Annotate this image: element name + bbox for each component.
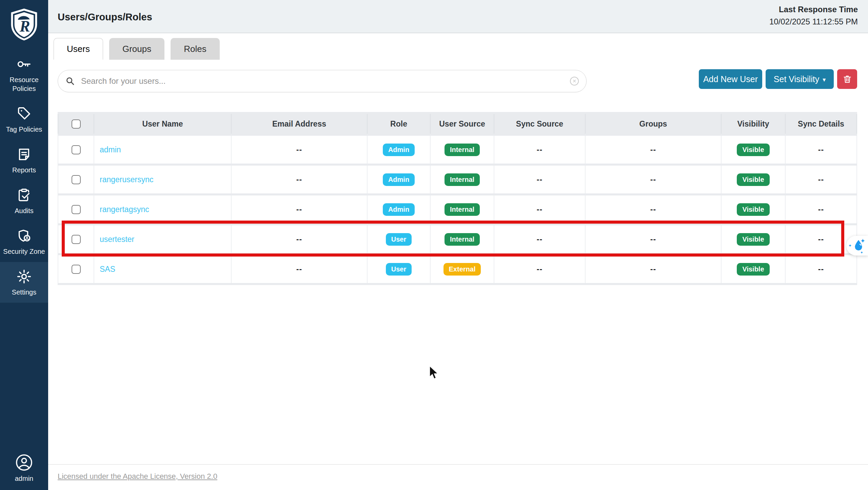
sidebar-user-menu[interactable]: admin xyxy=(0,453,48,483)
column-header-visibility: Visibility xyxy=(722,114,786,134)
sidebar-item-settings[interactable]: Settings xyxy=(0,262,48,303)
sparkle-icon: ✦ xyxy=(860,250,863,255)
email-value: -- xyxy=(296,235,302,244)
column-header-groups: Groups xyxy=(586,114,722,134)
last-response-time-value: 10/02/2025 11:12:55 PM xyxy=(769,17,858,26)
shield-logo-icon: R xyxy=(8,7,40,41)
sidebar-item-label: Settings xyxy=(12,288,36,297)
role-badge: Admin xyxy=(383,173,415,186)
column-header-sync-source: Sync Source xyxy=(494,114,586,134)
visibility-badge: Visible xyxy=(737,173,769,186)
top-header-bar: Users/Groups/Roles Last Response Time 10… xyxy=(48,0,868,33)
sidebar-item-label: Security Zone xyxy=(3,247,45,256)
delete-users-button[interactable] xyxy=(837,69,857,89)
sidebar-item-label: Resource Policies xyxy=(2,75,46,93)
table-row: admin -- Admin Internal -- -- Visible -- xyxy=(58,136,857,164)
sidebar-item-label: Reports xyxy=(12,166,36,174)
table-row: rangerusersync -- Admin Internal -- -- V… xyxy=(58,166,857,193)
sidebar-nav: Resource Policies Tag Policies Reports xyxy=(0,50,48,303)
sparkle-icon: ✦ xyxy=(848,243,852,248)
groups-value: -- xyxy=(650,235,656,244)
user-source-badge: External xyxy=(443,263,481,276)
groups-value: -- xyxy=(650,145,656,154)
add-new-user-button[interactable]: Add New User xyxy=(699,69,762,89)
mouse-cursor xyxy=(428,365,442,382)
column-header-email: Email Address xyxy=(232,114,368,134)
floating-widget-button[interactable]: ✦ ✦ ✦ xyxy=(846,236,868,256)
visibility-badge: Visible xyxy=(737,144,769,156)
user-name-link[interactable]: usertester xyxy=(100,235,134,244)
license-link[interactable]: Licensed under the Apache License, Versi… xyxy=(58,472,217,480)
row-checkbox[interactable] xyxy=(72,145,81,154)
trash-icon xyxy=(843,74,852,84)
email-value: -- xyxy=(296,205,302,214)
shield-user-icon xyxy=(16,228,32,244)
sync-details-value: -- xyxy=(818,145,824,154)
user-avatar-icon xyxy=(15,453,34,472)
clipboard-check-icon xyxy=(16,187,32,203)
page-title: Users/Groups/Roles xyxy=(58,12,152,23)
row-checkbox[interactable] xyxy=(72,265,81,274)
search-input[interactable] xyxy=(81,76,564,86)
tab-roles[interactable]: Roles xyxy=(171,38,219,60)
tab-bar: Users Groups Roles xyxy=(54,38,220,60)
visibility-badge: Visible xyxy=(737,263,769,276)
user-name-link[interactable]: admin xyxy=(100,145,121,154)
user-name-link[interactable]: rangerusersync xyxy=(100,175,154,184)
sync-details-value: -- xyxy=(818,175,824,184)
select-all-checkbox[interactable] xyxy=(72,119,81,129)
user-name-link[interactable]: SAS xyxy=(100,265,115,274)
sync-source-value: -- xyxy=(537,205,542,214)
last-response-time-label: Last Response Time xyxy=(769,5,858,14)
table-row: rangertagsync -- Admin Internal -- -- Vi… xyxy=(58,195,857,223)
users-table: User Name Email Address Role User Source… xyxy=(58,112,857,285)
email-value: -- xyxy=(296,175,302,184)
sidebar-user-label: admin xyxy=(15,475,33,483)
sync-details-value: -- xyxy=(818,235,824,244)
user-name-link[interactable]: rangertagsync xyxy=(100,205,149,214)
sidebar-item-tag-policies[interactable]: Tag Policies xyxy=(0,99,48,140)
user-source-badge: Internal xyxy=(445,203,480,216)
user-source-badge: Internal xyxy=(445,233,480,246)
sidebar-item-reports[interactable]: Reports xyxy=(0,140,48,181)
gear-icon xyxy=(16,269,32,284)
row-checkbox[interactable] xyxy=(72,205,81,214)
sync-source-value: -- xyxy=(537,265,542,274)
set-visibility-button[interactable]: Set Visibility ▾ xyxy=(766,69,834,89)
sidebar-item-resource-policies[interactable]: Resource Policies xyxy=(0,50,48,99)
visibility-badge: Visible xyxy=(737,233,769,246)
email-value: -- xyxy=(296,145,302,154)
column-header-user-name: User Name xyxy=(94,114,232,134)
sync-source-value: -- xyxy=(537,235,542,244)
sidebar-item-label: Audits xyxy=(15,206,34,215)
sparkle-icon: ✦ xyxy=(860,237,865,245)
sidebar-item-audits[interactable]: Audits xyxy=(0,181,48,221)
sync-details-value: -- xyxy=(818,205,824,214)
table-row-highlighted: usertester -- User Internal -- -- Visibl… xyxy=(58,225,857,253)
last-response-time: Last Response Time 10/02/2025 11:12:55 P… xyxy=(769,5,858,26)
groups-value: -- xyxy=(650,265,656,274)
sidebar: R Resource Policies Tag Policies R xyxy=(0,0,48,490)
page-footer: Licensed under the Apache License, Versi… xyxy=(48,464,868,490)
svg-text:R: R xyxy=(19,18,30,35)
table-header-row: User Name Email Address Role User Source… xyxy=(58,114,857,134)
table-row: SAS -- User External -- -- Visible -- xyxy=(58,255,857,283)
search-icon xyxy=(65,76,75,86)
role-badge: Admin xyxy=(383,203,415,216)
search-box: ✕ xyxy=(58,70,587,92)
role-badge: Admin xyxy=(383,144,415,156)
sync-source-value: -- xyxy=(537,175,542,184)
row-checkbox[interactable] xyxy=(72,175,81,184)
groups-value: -- xyxy=(650,175,656,184)
role-badge: User xyxy=(386,233,412,246)
chevron-down-icon: ▾ xyxy=(823,76,826,83)
tab-groups[interactable]: Groups xyxy=(109,38,164,60)
user-source-badge: Internal xyxy=(445,144,480,156)
row-checkbox[interactable] xyxy=(72,235,81,244)
set-visibility-label: Set Visibility xyxy=(774,74,819,84)
clear-search-icon[interactable]: ✕ xyxy=(570,77,579,86)
tab-users[interactable]: Users xyxy=(54,38,103,60)
groups-value: -- xyxy=(650,205,656,214)
sidebar-item-security-zone[interactable]: Security Zone xyxy=(0,221,48,262)
ranger-logo[interactable]: R xyxy=(0,0,48,45)
